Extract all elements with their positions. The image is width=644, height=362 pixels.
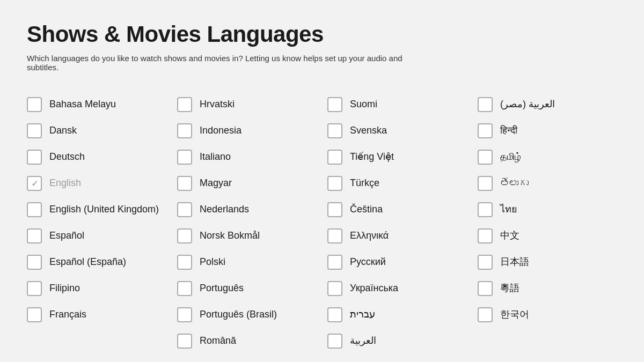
checkbox-suomi[interactable] [327, 97, 342, 112]
checkbox-romana[interactable] [177, 334, 192, 349]
language-item-arabic: العربية [327, 328, 467, 354]
language-label-russkiy: Русский [350, 254, 386, 269]
checkbox-ivrit[interactable] [327, 307, 342, 322]
checkbox-thai[interactable] [478, 202, 493, 217]
checkbox-espanol[interactable] [27, 228, 42, 243]
language-column-col1: Bahasa MelayuDanskDeutschEnglishEnglish … [27, 91, 166, 354]
language-item-polski: Polski [177, 249, 317, 275]
checkbox-chinese[interactable] [478, 228, 493, 243]
checkbox-japanese[interactable] [478, 255, 493, 270]
language-column-col4: العربية (مصر)हिन्दीதமிழ்తెలుగుไทย中文日本語粵語… [478, 91, 617, 354]
language-column-col2: HrvatskiIndonesiaItalianoMagyarNederland… [177, 91, 317, 354]
language-item-ukrainska: Українська [327, 275, 467, 301]
language-label-norsk-bokmal: Norsk Bokmål [200, 228, 260, 242]
language-item-thai: ไทย [478, 196, 617, 223]
language-label-korean: 한국어 [500, 307, 529, 321]
checkbox-tamil[interactable] [478, 150, 493, 165]
checkbox-deutsch[interactable] [27, 150, 42, 165]
checkbox-magyar[interactable] [177, 176, 192, 191]
language-label-tieng-viet: Tiếng Việt [350, 149, 394, 164]
language-item-cestina: Čeština [327, 196, 467, 223]
language-item-suomi: Suomi [327, 91, 467, 117]
language-item-japanese: 日本語 [478, 249, 617, 275]
language-item-romana: Română [177, 328, 317, 354]
language-item-hindi: हिन्दी [478, 117, 617, 144]
language-label-ellinika: Ελληνικά [350, 228, 389, 242]
checkbox-indonesia[interactable] [177, 123, 192, 138]
language-item-ivrit: עברית [327, 301, 467, 328]
checkbox-francais[interactable] [27, 307, 42, 322]
checkbox-portugues-brasil[interactable] [177, 307, 192, 322]
language-item-portugues-brasil: Português (Brasil) [177, 301, 317, 328]
checkbox-cestina[interactable] [327, 202, 342, 217]
language-item-italiano: Italiano [177, 144, 317, 170]
checkbox-turkce[interactable] [327, 176, 342, 191]
checkbox-english-uk[interactable] [27, 202, 42, 217]
language-label-romana: Română [200, 333, 236, 348]
language-item-francais: Français [27, 301, 166, 328]
language-item-turkce: Türkçe [327, 170, 467, 196]
language-label-bahasa-melayu: Bahasa Melayu [49, 97, 116, 111]
language-item-english: English [27, 170, 166, 196]
language-item-magyar: Magyar [177, 170, 317, 196]
language-item-ellinika: Ελληνικά [327, 223, 467, 249]
checkbox-portugues[interactable] [177, 281, 192, 296]
language-item-norsk-bokmal: Norsk Bokmål [177, 223, 317, 249]
checkbox-arabic-egypt[interactable] [478, 97, 493, 112]
page-title: Shows & Movies Languages [27, 21, 617, 47]
checkbox-hindi[interactable] [478, 123, 493, 138]
checkbox-bahasa-melayu[interactable] [27, 97, 42, 112]
language-item-indonesia: Indonesia [177, 117, 317, 144]
language-label-chinese: 中文 [500, 228, 519, 242]
language-label-ivrit: עברית [350, 307, 375, 321]
language-label-tamil: தமிழ் [500, 149, 521, 164]
language-item-nederlands: Nederlands [177, 196, 317, 223]
language-label-portugues-brasil: Português (Brasil) [200, 307, 277, 321]
language-label-cestina: Čeština [350, 202, 383, 216]
language-label-francais: Français [49, 307, 86, 321]
language-label-english-uk: English (United Kingdom) [49, 202, 159, 216]
language-item-tieng-viet: Tiếng Việt [327, 144, 467, 170]
checkbox-tieng-viet[interactable] [327, 150, 342, 165]
language-item-filipino: Filipino [27, 275, 166, 301]
language-item-svenska: Svenska [327, 117, 467, 144]
languages-grid: Bahasa MelayuDanskDeutschEnglishEnglish … [27, 91, 617, 354]
checkbox-ellinika[interactable] [327, 228, 342, 243]
language-item-portugues: Português [177, 275, 317, 301]
language-label-nederlands: Nederlands [200, 202, 249, 216]
checkbox-filipino[interactable] [27, 281, 42, 296]
language-label-turkce: Türkçe [350, 175, 379, 190]
checkbox-norsk-bokmal[interactable] [177, 228, 192, 243]
checkbox-nederlands[interactable] [177, 202, 192, 217]
checkbox-russkiy[interactable] [327, 255, 342, 270]
language-label-dansk: Dansk [49, 123, 77, 137]
checkbox-korean[interactable] [478, 307, 493, 322]
language-label-japanese: 日本語 [500, 254, 529, 269]
checkbox-telugu[interactable] [478, 176, 493, 191]
checkbox-arabic[interactable] [327, 334, 342, 349]
checkbox-ukrainska[interactable] [327, 281, 342, 296]
language-label-arabic: العربية [350, 333, 376, 348]
language-label-arabic-egypt: العربية (مصر) [500, 97, 555, 111]
language-label-espanol: Español [49, 228, 84, 242]
language-label-english: English [49, 175, 81, 190]
language-label-suomi: Suomi [350, 97, 377, 111]
language-label-ukrainska: Українська [350, 280, 398, 295]
checkbox-english[interactable] [27, 176, 42, 191]
language-label-filipino: Filipino [49, 280, 80, 295]
checkbox-italiano[interactable] [177, 150, 192, 165]
language-label-polski: Polski [200, 254, 225, 269]
language-label-magyar: Magyar [200, 175, 232, 190]
checkbox-dansk[interactable] [27, 123, 42, 138]
checkbox-espanol-espana[interactable] [27, 255, 42, 270]
checkbox-svenska[interactable] [327, 123, 342, 138]
page-subtitle: Which languages do you like to watch sho… [27, 54, 429, 72]
checkbox-polski[interactable] [177, 255, 192, 270]
language-item-bahasa-melayu: Bahasa Melayu [27, 91, 166, 117]
language-label-deutsch: Deutsch [49, 149, 85, 164]
checkbox-cantonese[interactable] [478, 281, 493, 296]
language-item-chinese: 中文 [478, 223, 617, 249]
language-item-hrvatski: Hrvatski [177, 91, 317, 117]
checkbox-hrvatski[interactable] [177, 97, 192, 112]
language-label-svenska: Svenska [350, 123, 387, 137]
